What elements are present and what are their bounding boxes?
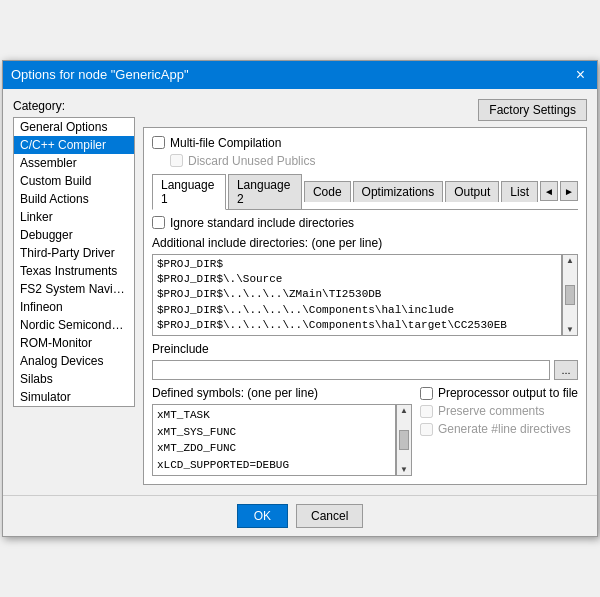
scroll-up-arrow[interactable]: ▲ (566, 256, 574, 265)
preinclude-row: ... (152, 360, 578, 380)
include-dirs-scrollbar[interactable]: ▲ ▼ (562, 254, 578, 337)
sidebar: Category: General Options C/C++ Compiler… (13, 99, 135, 486)
preprocessor-output-label: Preprocessor output to file (438, 386, 578, 400)
sidebar-item-build-actions[interactable]: Build Actions (14, 190, 134, 208)
discard-unused-row: Discard Unused Publics (170, 154, 578, 168)
main-panel: Factory Settings Multi-file Compilation … (143, 99, 587, 486)
tabs-bar: Language 1 Language 2 Code Optimizations… (152, 174, 578, 210)
defined-symbols-label: Defined symbols: (one per line) (152, 386, 412, 400)
include-dirs-textarea[interactable]: $PROJ_DIR$ $PROJ_DIR$\.\Source $PROJ_DIR… (152, 254, 562, 337)
category-label: Category: (13, 99, 135, 113)
top-bar: Factory Settings (143, 99, 587, 121)
ignore-std-row: Ignore standard include directories (152, 216, 578, 230)
preinclude-label: Preinclude (152, 342, 578, 356)
preserve-comments-row: Preserve comments (420, 404, 578, 418)
defined-scroll-down-arrow[interactable]: ▼ (400, 465, 408, 474)
content-area: Multi-file Compilation Discard Unused Pu… (143, 127, 587, 486)
compilation-section: Multi-file Compilation Discard Unused Pu… (152, 136, 578, 168)
defined-symbols-wrapper: xMT_TASK xMT_SYS_FUNC xMT_ZDO_FUNC xLCD_… (152, 404, 412, 476)
include-dirs-section: Additional include directories: (one per… (152, 236, 578, 337)
discard-unused-checkbox[interactable] (170, 154, 183, 167)
sidebar-item-assembler[interactable]: Assembler (14, 154, 134, 172)
factory-settings-button[interactable]: Factory Settings (478, 99, 587, 121)
sidebar-item-silabs[interactable]: Silabs (14, 370, 134, 388)
ignore-std-label: Ignore standard include directories (170, 216, 354, 230)
preinclude-browse-button[interactable]: ... (554, 360, 578, 380)
multi-file-checkbox[interactable] (152, 136, 165, 149)
sidebar-item-nordic[interactable]: Nordic Semiconduc... (14, 316, 134, 334)
preinclude-section: Preinclude ... (152, 342, 578, 380)
include-dirs-wrapper: $PROJ_DIR$ $PROJ_DIR$\.\Source $PROJ_DIR… (152, 254, 578, 337)
defined-symbols-textarea[interactable]: xMT_TASK xMT_SYS_FUNC xMT_ZDO_FUNC xLCD_… (152, 404, 396, 476)
tab-language2[interactable]: Language 2 (228, 174, 302, 209)
tab-list[interactable]: List (501, 181, 538, 202)
close-button[interactable]: × (572, 67, 589, 83)
sidebar-item-fs2[interactable]: FS2 System Navig... (14, 280, 134, 298)
generate-line-directives-checkbox[interactable] (420, 423, 433, 436)
preinclude-input[interactable] (152, 360, 550, 380)
defined-symbols-scrollbar[interactable]: ▲ ▼ (396, 404, 412, 476)
sidebar-list: General Options C/C++ Compiler Assembler… (13, 117, 135, 407)
title-bar: Options for node "GenericApp" × (3, 61, 597, 89)
sidebar-item-infineon[interactable]: Infineon (14, 298, 134, 316)
ok-button[interactable]: OK (237, 504, 288, 528)
generate-line-directives-row: Generate #line directives (420, 422, 578, 436)
sidebar-item-third-party[interactable]: Third-Party Driver (14, 244, 134, 262)
dialog-footer: OK Cancel (3, 495, 597, 536)
sidebar-item-debugger[interactable]: Debugger (14, 226, 134, 244)
cancel-button[interactable]: Cancel (296, 504, 363, 528)
scroll-thumb[interactable] (565, 285, 575, 305)
sidebar-item-texas[interactable]: Texas Instruments (14, 262, 134, 280)
preprocessor-output-row: Preprocessor output to file (420, 386, 578, 400)
generate-line-directives-label: Generate #line directives (438, 422, 571, 436)
multi-file-row: Multi-file Compilation (152, 136, 578, 150)
include-dirs-label: Additional include directories: (one per… (152, 236, 578, 250)
sidebar-item-cc-compiler[interactable]: C/C++ Compiler (14, 136, 134, 154)
ignore-std-checkbox[interactable] (152, 216, 165, 229)
tab-language1[interactable]: Language 1 (152, 174, 226, 210)
defined-right: Preprocessor output to file Preserve com… (420, 386, 578, 436)
preprocessor-output-checkbox[interactable] (420, 387, 433, 400)
tab-prev-button[interactable]: ◄ (540, 181, 558, 201)
dialog: Options for node "GenericApp" × Category… (2, 60, 598, 538)
dialog-body: Category: General Options C/C++ Compiler… (3, 89, 597, 496)
sidebar-item-rom-monitor[interactable]: ROM-Monitor (14, 334, 134, 352)
tab-arrows: ◄ ► (540, 181, 578, 201)
dialog-title: Options for node "GenericApp" (11, 67, 189, 82)
sidebar-item-analog-devices[interactable]: Analog Devices (14, 352, 134, 370)
defined-left: Defined symbols: (one per line) xMT_TASK… (152, 386, 412, 476)
tab-optimizations[interactable]: Optimizations (353, 181, 444, 202)
discard-unused-label: Discard Unused Publics (188, 154, 315, 168)
multi-file-label: Multi-file Compilation (170, 136, 281, 150)
scroll-down-arrow[interactable]: ▼ (566, 325, 574, 334)
sidebar-item-custom-build[interactable]: Custom Build (14, 172, 134, 190)
sidebar-item-general-options[interactable]: General Options (14, 118, 134, 136)
defined-symbols-section: Defined symbols: (one per line) xMT_TASK… (152, 386, 578, 476)
preserve-comments-checkbox[interactable] (420, 405, 433, 418)
tab-output[interactable]: Output (445, 181, 499, 202)
defined-scroll-up-arrow[interactable]: ▲ (400, 406, 408, 415)
defined-scroll-thumb[interactable] (399, 430, 409, 450)
preserve-comments-label: Preserve comments (438, 404, 545, 418)
tab-code[interactable]: Code (304, 181, 351, 202)
sidebar-item-linker[interactable]: Linker (14, 208, 134, 226)
sidebar-item-simulator[interactable]: Simulator (14, 388, 134, 406)
tab-next-button[interactable]: ► (560, 181, 578, 201)
